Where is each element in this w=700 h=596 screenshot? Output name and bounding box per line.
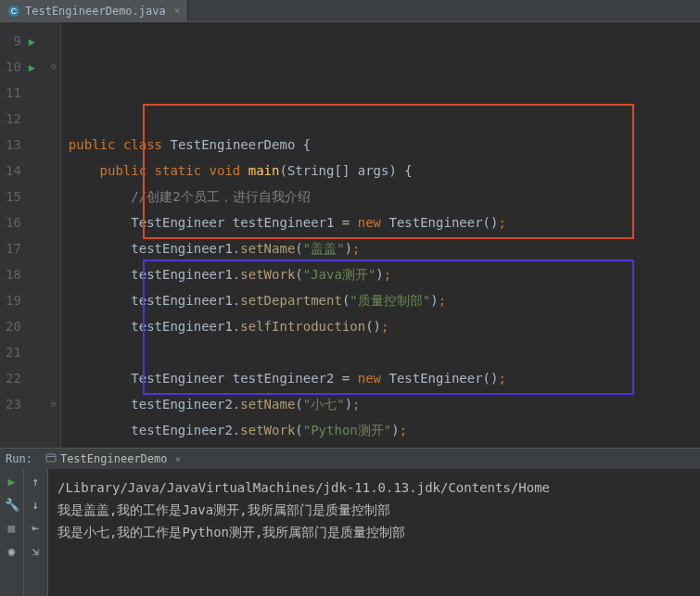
line-number: 17	[6, 235, 21, 261]
close-run-tab-icon[interactable]: ×	[175, 453, 182, 465]
gutter-fold-icons: ⊖⊖	[47, 22, 60, 448]
code-line[interactable]: testEngineer1.selfIntroduction();	[69, 313, 700, 339]
code-line[interactable]: testEngineer2.setName("小七");	[69, 391, 700, 417]
line-number: 14	[6, 158, 21, 184]
down-arrow-icon[interactable]: ↓	[32, 498, 40, 512]
gutter-run-icons: ▶▶	[29, 22, 47, 448]
code-line[interactable]: //创建2个员工，进行自我介绍	[69, 184, 700, 209]
run-config-name: TestEngineerDemo	[60, 452, 168, 465]
console-line: 我是盖盖,我的工作是Java测开,我所属部门是质量控制部	[57, 499, 691, 521]
file-tab-label: TestEngineerDemo.java	[25, 5, 166, 18]
fold-icon	[47, 28, 60, 54]
run-panel: Run: TestEngineerDemo × ▶ 🔧 ■ ◉ ↑ ↓ ⇤ ⇲ …	[0, 448, 700, 596]
code-line[interactable]: testEngineer2.setWork("Python测开");	[69, 417, 700, 443]
code-line[interactable]: TestEngineer testEngineer1 = new TestEng…	[69, 209, 700, 235]
fold-icon	[47, 106, 60, 132]
console-line: /Library/Java/JavaVirtualMachines/jdk-11…	[57, 476, 691, 499]
fold-icon[interactable]: ⊖	[47, 391, 60, 417]
run-toolbar-secondary: ↑ ↓ ⇤ ⇲	[24, 469, 48, 596]
camera-icon[interactable]: ◉	[8, 544, 16, 558]
run-config-tab[interactable]: TestEngineerDemo ×	[40, 450, 186, 468]
code-line[interactable]: TestEngineer testEngineer2 = new TestEng…	[69, 365, 700, 391]
run-label: Run:	[6, 452, 32, 465]
svg-text:C: C	[11, 6, 18, 16]
fold-icon	[47, 313, 60, 339]
close-tab-icon[interactable]: ×	[174, 5, 181, 17]
line-number: 20	[6, 313, 21, 339]
line-number: 21	[6, 339, 21, 365]
run-panel-header: Run: TestEngineerDemo ×	[0, 449, 700, 469]
code-area[interactable]: public class TestEngineerDemo { public s…	[61, 22, 700, 448]
soft-wrap-icon[interactable]: ⇤	[32, 521, 40, 535]
java-class-icon: C	[7, 5, 20, 18]
line-number: 23	[6, 391, 21, 417]
line-number: 11	[6, 80, 21, 106]
line-numbers: 91011121314151617181920212223	[0, 22, 29, 448]
code-line[interactable]: testEngineer1.setDepartment("质量控制部");	[69, 287, 700, 313]
rerun-icon[interactable]: ▶	[8, 475, 16, 488]
run-line-icon[interactable]: ▶	[29, 55, 35, 81]
fold-icon	[47, 209, 60, 235]
code-line[interactable]: testEngineer2.setDepartment("质量控制部");	[69, 443, 700, 448]
line-number: 18	[6, 261, 21, 287]
line-number: 9	[6, 28, 21, 54]
code-line[interactable]: testEngineer1.setName("盖盖");	[69, 235, 700, 261]
run-panel-body: ▶ 🔧 ■ ◉ ↑ ↓ ⇤ ⇲ /Library/Java/JavaVirtua…	[0, 469, 700, 596]
code-line[interactable]	[69, 339, 700, 365]
fold-icon	[47, 80, 60, 106]
fold-icon	[47, 184, 60, 209]
fold-icon	[47, 287, 60, 313]
code-line[interactable]: testEngineer1.setWork("Java测开");	[69, 261, 700, 287]
up-arrow-icon[interactable]: ↑	[32, 475, 40, 488]
scroll-to-end-icon[interactable]: ⇲	[32, 544, 40, 558]
code-editor[interactable]: 91011121314151617181920212223 ▶▶ ⊖⊖ publ…	[0, 22, 700, 448]
line-number: 12	[6, 106, 21, 132]
fold-icon	[47, 261, 60, 287]
fold-icon[interactable]: ⊖	[47, 54, 60, 80]
line-number: 22	[6, 365, 21, 391]
console-output[interactable]: /Library/Java/JavaVirtualMachines/jdk-11…	[48, 469, 700, 596]
fold-icon	[47, 339, 60, 365]
file-tab[interactable]: C TestEngineerDemo.java ×	[0, 0, 188, 21]
line-number: 13	[6, 132, 21, 158]
fold-icon	[47, 235, 60, 261]
fold-icon	[47, 365, 60, 391]
code-line[interactable]: public static void main(String[] args) {	[69, 158, 700, 184]
fold-icon	[47, 158, 60, 184]
line-number: 10	[6, 54, 21, 80]
run-config-icon	[45, 452, 57, 466]
code-line[interactable]: public class TestEngineerDemo {	[69, 132, 700, 158]
line-number: 15	[6, 184, 21, 209]
run-toolbar-primary: ▶ 🔧 ■ ◉	[0, 469, 24, 596]
line-number: 19	[6, 287, 21, 313]
console-line: 我是小七,我的工作是Python测开,我所属部门是质量控制部	[57, 521, 691, 543]
fold-icon	[47, 132, 60, 158]
editor-gutter: 91011121314151617181920212223 ▶▶ ⊖⊖	[0, 22, 61, 448]
line-number: 16	[6, 209, 21, 235]
svg-rect-2	[46, 454, 56, 462]
editor-tabs-bar: C TestEngineerDemo.java ×	[0, 0, 700, 22]
wrench-icon[interactable]: 🔧	[5, 498, 19, 512]
run-line-icon[interactable]: ▶	[29, 29, 35, 55]
stop-icon[interactable]: ■	[8, 521, 16, 535]
